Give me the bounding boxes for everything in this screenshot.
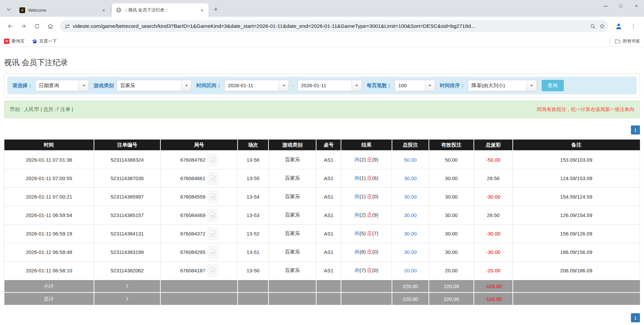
date-range-label: 时间区间：: [196, 83, 221, 89]
select-type-label: 请选择：: [12, 83, 33, 89]
table-row: 2026-01-11 07:00:21 523114385997 6760845…: [4, 187, 640, 206]
all-bookmarks-button[interactable]: 所有书签: [615, 38, 640, 44]
date-start-input[interactable]: 2026-01-11: [224, 80, 289, 91]
totals-cell: [268, 280, 316, 292]
totals-cell: -103.00: [474, 292, 513, 305]
table-row: 2026-01-11 06:58:10 523114382062 6760841…: [4, 261, 640, 280]
cell-game-kind: 百家乐: [268, 206, 316, 224]
cell-result: 闲(7) 庄(0): [341, 261, 392, 280]
cell-remark: 126.09/154.59: [513, 206, 640, 224]
chevron-down-icon[interactable]: [181, 80, 191, 91]
cell-round: 676084295: [160, 243, 237, 261]
film-file-icon: [210, 193, 216, 200]
zoom-icon[interactable]: [590, 23, 596, 29]
cell-valid-bet: 20.00: [429, 261, 474, 280]
film-file-icon: [210, 267, 216, 274]
video-replay-button[interactable]: [208, 246, 218, 258]
back-icon[interactable]: [4, 20, 16, 32]
tab-betrecord[interactable]: :::视讯 会员下注纪录::: ×: [112, 3, 208, 17]
cell-result: 闲(1) 庄(0): [341, 187, 392, 206]
video-replay-button[interactable]: [208, 228, 218, 240]
sort-label: 时间排序：: [440, 83, 465, 89]
cell-game-kind: 百家乐: [268, 169, 316, 187]
totals-cell: [268, 292, 316, 305]
chevron-down-icon[interactable]: [79, 80, 89, 91]
bookmark-taobao[interactable]: 淘 爱淘宝: [4, 38, 24, 44]
bookmark-star-icon[interactable]: [599, 23, 605, 29]
cell-bet-id: 523114382062: [94, 261, 161, 280]
cell-valid-bet: 50.00: [429, 151, 474, 169]
browser-menu-icon[interactable]: ⋮: [628, 21, 639, 32]
new-tab-button[interactable]: +: [211, 5, 220, 14]
cell-valid-bet: 30.00: [429, 206, 474, 224]
home-icon[interactable]: [45, 20, 56, 32]
per-page-select[interactable]: 100: [395, 80, 435, 91]
cell-time: 2026-01-11 07:01:36: [4, 151, 94, 169]
chevron-down-icon[interactable]: [352, 80, 362, 91]
bet-record-table: 时间注单编号局号场次游戏类别桌号结果总投注有效投注总派彩备注 2026-01-1…: [4, 140, 640, 306]
film-file-icon: [210, 249, 216, 256]
video-replay-button[interactable]: [208, 172, 218, 184]
totals-cell: [160, 292, 237, 305]
forward-icon[interactable]: [18, 20, 29, 32]
cell-remark: 206.09/186.09: [513, 261, 640, 280]
tab-close-icon[interactable]: ×: [101, 7, 107, 13]
filter-bar: 请选择： 日期查询 游戏类别 百家乐 时间区间： 2026-01-11 ~ 20…: [7, 77, 637, 94]
profile-avatar-icon[interactable]: [613, 21, 624, 32]
url-bar[interactable]: videoie.com/game/betrecord_search/kind3?…: [60, 20, 608, 32]
column-header: 桌号: [316, 140, 341, 151]
refresh-icon[interactable]: [31, 20, 43, 32]
cell-time: 2026-01-11 06:59:54: [4, 206, 94, 224]
cell-total-bet[interactable]: 50.00: [392, 151, 429, 169]
cell-result: 闲(1) 庄(6): [341, 169, 392, 187]
bookmark-baidu[interactable]: 百度一下: [32, 38, 57, 44]
baidu-paw-icon: [32, 39, 37, 44]
search-button[interactable]: 查询: [542, 80, 564, 91]
cell-payout: -30.00: [474, 243, 513, 261]
cell-total-bet[interactable]: 20.00: [392, 261, 429, 280]
tab-welcome[interactable]: ♛ Welcome ×: [15, 3, 110, 17]
chevron-down-icon[interactable]: [279, 80, 289, 91]
totals-cell: [341, 292, 392, 305]
site-info-tune-icon[interactable]: [64, 23, 70, 29]
video-replay-button[interactable]: [208, 154, 218, 166]
minimize-button[interactable]: —: [598, 0, 613, 11]
cell-time: 2026-01-11 06:58:10: [4, 261, 94, 280]
film-file-icon: [210, 212, 216, 219]
sort-select[interactable]: 降幂(由大到小): [468, 80, 537, 91]
cell-session: 13-52: [238, 224, 269, 243]
cell-bet-id: 523114383199: [94, 243, 161, 261]
tab-search-chevron-icon[interactable]: [4, 5, 13, 14]
maximize-button[interactable]: □: [613, 0, 629, 11]
cell-total-bet[interactable]: 30.00: [392, 187, 429, 206]
cell-payout: 28.50: [474, 169, 513, 187]
totals-row: 总计7220.00220.00-103.00: [4, 292, 640, 305]
totals-cell: [341, 280, 392, 292]
game-kind-value: 百家乐: [117, 80, 181, 91]
cell-round: 676084187: [160, 261, 237, 280]
cell-total-bet[interactable]: 30.00: [392, 224, 429, 243]
close-button[interactable]: ×: [629, 0, 644, 11]
query-type-select[interactable]: 日期查询: [35, 80, 89, 91]
cell-payout: -30.00: [474, 187, 513, 206]
cell-total-bet[interactable]: 30.00: [392, 169, 429, 187]
page-1-button[interactable]: 1: [631, 125, 640, 134]
cell-game-kind: 百家乐: [268, 261, 316, 280]
cell-total-bet[interactable]: 30.00: [392, 243, 429, 261]
game-kind-select[interactable]: 百家乐: [116, 80, 192, 91]
video-replay-button[interactable]: [208, 191, 218, 203]
cell-round: 676084559: [160, 187, 237, 206]
chevron-down-icon[interactable]: [425, 80, 435, 91]
cell-total-bet[interactable]: 30.00: [392, 206, 429, 224]
cell-time: 2026-01-11 07:00:21: [4, 187, 94, 206]
page-1-button[interactable]: 1: [631, 313, 640, 322]
totals-cell: [316, 292, 341, 305]
video-replay-button[interactable]: [208, 209, 218, 221]
url-text[interactable]: videoie.com/game/betrecord_search/kind3?…: [73, 23, 587, 29]
date-end-input[interactable]: 2026-01-11: [297, 80, 362, 91]
cell-payout: -50.00: [474, 151, 513, 169]
chevron-down-icon[interactable]: [527, 80, 537, 91]
video-replay-button[interactable]: [208, 264, 218, 276]
tab-close-icon[interactable]: ×: [199, 7, 205, 13]
cell-result: 闲(5) 庄(7): [341, 224, 392, 243]
